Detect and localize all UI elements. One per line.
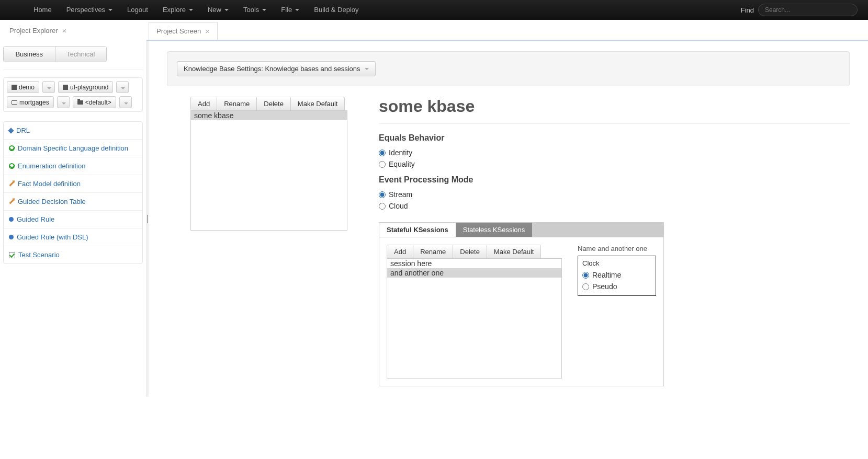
pencil-icon: [9, 199, 15, 204]
caret-down-icon: [295, 9, 299, 11]
crumb-mortgages[interactable]: mortgages: [7, 96, 54, 108]
radio-identity[interactable]: Identity: [379, 147, 850, 158]
caret-down-icon: [189, 9, 193, 11]
rule-icon: [9, 217, 14, 222]
tab-project-screen[interactable]: Project Screen ×: [149, 22, 218, 40]
file-list: DRL Domain Specific Language definition …: [3, 121, 143, 264]
ks-name-label: Name and another one: [578, 245, 656, 253]
file-item-fact-model[interactable]: Fact Model definition: [4, 175, 142, 193]
ks-make-default-button[interactable]: Make Default: [487, 245, 541, 258]
crumb-caret[interactable]: [57, 96, 70, 108]
kb-add-button[interactable]: Add: [191, 97, 217, 110]
radio-equality[interactable]: Equality: [379, 158, 850, 170]
pencil-icon: [9, 181, 15, 187]
nav-perspectives[interactable]: Perspectives: [59, 0, 120, 20]
kb-make-default-button[interactable]: Make Default: [291, 97, 345, 110]
project-explorer-sidebar: Business Technical demo uf-playground mo…: [0, 41, 146, 397]
tab-label: Project Explorer: [9, 27, 58, 35]
radio-stream[interactable]: Stream: [379, 189, 850, 200]
tab-label: Project Screen: [156, 27, 201, 35]
radio-cloud[interactable]: Cloud: [379, 200, 850, 212]
kb-rename-button[interactable]: Rename: [217, 97, 257, 110]
ks-toolbar: Add Rename Delete Make Default: [387, 245, 541, 259]
toggle-business[interactable]: Business: [4, 47, 55, 62]
file-item-guided-rule[interactable]: Guided Rule: [4, 211, 142, 228]
tab-stateful-ksessions[interactable]: Stateful KSessions: [379, 223, 456, 237]
caret-down-icon: [262, 9, 266, 11]
project-screen-content: Knowledge Base Settings: Knowledge bases…: [149, 41, 868, 397]
rule-icon: [9, 235, 14, 239]
test-icon: [9, 252, 15, 258]
clock-heading: Clock: [582, 259, 651, 267]
caret-down-icon: [365, 68, 369, 70]
nav-explore[interactable]: Explore: [155, 0, 200, 20]
view-toggle: Business Technical: [3, 46, 107, 62]
ks-delete-button[interactable]: Delete: [453, 245, 487, 258]
enum-icon: [9, 163, 15, 169]
kb-delete-button[interactable]: Delete: [257, 97, 291, 110]
kb-toolbar: Add Rename Delete Make Default: [190, 97, 345, 111]
drl-icon: [8, 128, 14, 133]
file-item-enum[interactable]: Enumeration definition: [4, 157, 142, 175]
ks-listbox[interactable]: session here and another one: [387, 258, 562, 378]
caret-down-icon: [108, 9, 112, 11]
close-icon[interactable]: ×: [205, 27, 210, 36]
file-item-drl[interactable]: DRL: [4, 122, 142, 140]
close-icon[interactable]: ×: [62, 26, 66, 35]
nav-file[interactable]: File: [274, 0, 307, 20]
ksessions-panel: Stateful KSessions Stateless KSessions A…: [379, 222, 664, 386]
nav-tools[interactable]: Tools: [236, 0, 274, 20]
dsl-icon: [9, 145, 15, 151]
file-item-guided-table[interactable]: Guided Decision Table: [4, 193, 142, 211]
kb-list-item[interactable]: some kbase: [191, 111, 347, 120]
ks-list-item[interactable]: and another one: [387, 268, 561, 278]
caret-down-icon: [224, 9, 229, 11]
breadcrumb: demo uf-playground mortgages <default>: [3, 77, 143, 112]
settings-well: Knowledge Base Settings: Knowledge bases…: [167, 51, 850, 86]
group-icon: [12, 85, 17, 90]
nav-home[interactable]: Home: [26, 0, 59, 20]
top-nav: Home Perspectives Logout Explore New Too…: [0, 0, 868, 20]
crumb-caret[interactable]: [119, 96, 132, 108]
epm-heading: Event Processing Mode: [379, 175, 850, 185]
tab-project-explorer[interactable]: Project Explorer ×: [2, 22, 74, 39]
crumb-demo[interactable]: demo: [7, 81, 39, 93]
project-icon: [12, 100, 17, 105]
equals-heading: Equals Behavior: [379, 133, 850, 143]
clock-box: Clock Realtime Pseudo: [578, 256, 656, 296]
toggle-technical[interactable]: Technical: [55, 47, 107, 62]
file-item-test-scenario[interactable]: Test Scenario: [4, 246, 142, 263]
repo-icon: [63, 85, 68, 90]
kb-settings-dropdown[interactable]: Knowledge Base Settings: Knowledge bases…: [177, 61, 376, 76]
crumb-caret[interactable]: [42, 81, 55, 93]
file-item-guided-rule-dsl[interactable]: Guided Rule (with DSL): [4, 228, 142, 246]
nav-logout[interactable]: Logout: [120, 0, 155, 20]
tab-stateless-ksessions[interactable]: Stateless KSessions: [456, 223, 533, 237]
ks-add-button[interactable]: Add: [387, 245, 413, 258]
folder-icon: [77, 100, 83, 105]
crumb-caret[interactable]: [116, 81, 129, 93]
radio-pseudo[interactable]: Pseudo: [582, 281, 651, 292]
find-label: Find: [741, 6, 754, 14]
nav-new[interactable]: New: [200, 0, 236, 20]
file-item-dsl[interactable]: Domain Specific Language definition: [4, 140, 142, 157]
ks-rename-button[interactable]: Rename: [413, 245, 453, 258]
radio-realtime[interactable]: Realtime: [582, 269, 651, 281]
crumb-default[interactable]: <default>: [73, 96, 116, 108]
tabs-row: Project Explorer × Project Screen ×: [0, 20, 868, 41]
ks-list-item[interactable]: session here: [387, 259, 561, 268]
kb-title: some kbase: [379, 97, 850, 116]
kb-listbox[interactable]: some kbase: [190, 110, 347, 231]
nav-build-deploy[interactable]: Build & Deploy: [307, 0, 366, 20]
crumb-playground[interactable]: uf-playground: [58, 81, 113, 93]
search-input[interactable]: [758, 4, 858, 16]
